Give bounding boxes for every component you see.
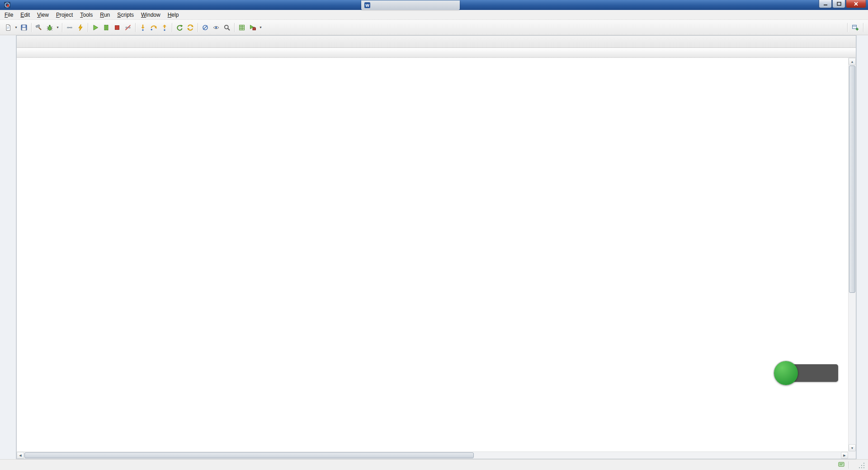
watch-window-icon[interactable]: [211, 22, 222, 33]
menu-edit[interactable]: Edit: [17, 10, 33, 19]
separator: [172, 23, 172, 32]
separator: [135, 23, 136, 32]
menu-bar: FileEditViewProjectToolsRunScriptsWindow…: [0, 10, 868, 20]
progress-circle[interactable]: [774, 361, 798, 385]
search-icon[interactable]: [222, 22, 232, 33]
background-window-titlebar: W: [361, 0, 460, 10]
separator: [88, 23, 88, 32]
step-into-icon[interactable]: [137, 22, 148, 33]
horizontal-scrollbar[interactable]: ◀ ▶: [17, 451, 848, 459]
external-tools-icon[interactable]: [247, 22, 258, 33]
menu-scripts[interactable]: Scripts: [113, 10, 137, 19]
word-icon: W: [364, 2, 370, 8]
license-status-icon: [838, 461, 845, 469]
app-icon: [4, 1, 11, 9]
step-return-icon[interactable]: [159, 22, 170, 33]
build-icon[interactable]: [33, 22, 44, 33]
new-file-menu-icon[interactable]: ▾: [14, 22, 19, 33]
new-file-icon[interactable]: [3, 22, 14, 33]
refresh-cpu-icon[interactable]: [185, 22, 196, 33]
flash-program-icon[interactable]: [75, 22, 86, 33]
expressions-panel: ▲ ▼ ◀ ▶: [16, 35, 856, 459]
separator: [849, 461, 849, 469]
minimize-button[interactable]: [819, 0, 832, 8]
separator: [863, 23, 863, 32]
maximize-button[interactable]: [832, 0, 845, 8]
save-icon[interactable]: [19, 22, 29, 33]
download-speed-overlay[interactable]: [774, 361, 842, 385]
status-bar: [0, 459, 868, 470]
expressions-table: ▲ ▼ ◀ ▶: [17, 48, 856, 459]
menu-project[interactable]: Project: [52, 10, 76, 19]
menu-window[interactable]: Window: [137, 10, 164, 19]
title-bar[interactable]: W: [0, 0, 868, 10]
quick-access[interactable]: [835, 27, 842, 28]
upload-speed-line: [832, 370, 834, 376]
step-over-icon[interactable]: [148, 22, 159, 33]
terminate-icon[interactable]: [112, 22, 123, 33]
vertical-scroll-track[interactable]: [849, 65, 856, 444]
table-header: [17, 48, 856, 58]
view-tab-bar: [17, 36, 856, 48]
left-view-rail: [0, 35, 16, 459]
scroll-up-icon[interactable]: ▲: [849, 58, 856, 65]
menu-tools[interactable]: Tools: [76, 10, 96, 19]
resize-grip[interactable]: [859, 462, 865, 468]
right-view-rail: [856, 35, 868, 459]
separator: [62, 23, 62, 32]
horizontal-scroll-track[interactable]: [24, 452, 841, 459]
connect-target-icon[interactable]: [64, 22, 75, 33]
view-toolbar: [854, 46, 856, 47]
scroll-right-icon[interactable]: ▶: [841, 452, 848, 459]
restart-icon[interactable]: [174, 22, 185, 33]
open-perspective-icon[interactable]: [849, 22, 861, 33]
separator: [847, 23, 848, 32]
debug-icon[interactable]: [44, 22, 55, 33]
external-tools-menu-icon[interactable]: ▾: [258, 22, 263, 33]
scroll-left-icon[interactable]: ◀: [17, 452, 24, 459]
window-controls: [818, 0, 866, 8]
workspace: ▲ ▼ ◀ ▶: [0, 35, 868, 459]
expressions-tree: [17, 58, 848, 451]
debug-menu-icon[interactable]: ▾: [55, 22, 60, 33]
main-toolbar-icons: ▾▾▾: [3, 22, 263, 33]
ccs-window: W FileEditViewProjectToolsRunScriptsWind…: [0, 0, 868, 470]
resume-icon[interactable]: [90, 22, 101, 33]
menu-file[interactable]: File: [1, 10, 17, 19]
separator: [234, 23, 235, 32]
skip-all-breakpoints-icon[interactable]: [200, 22, 211, 33]
separator: [198, 23, 198, 32]
suspend-icon[interactable]: [101, 22, 112, 33]
scrollbar-corner: [848, 451, 856, 459]
registers-window-icon[interactable]: [236, 22, 247, 33]
table-body: ▲ ▼: [17, 58, 856, 451]
disconnect-icon[interactable]: [123, 22, 133, 33]
menu-help[interactable]: Help: [164, 10, 183, 19]
horizontal-scroll-thumb[interactable]: [24, 452, 474, 458]
vertical-scroll-thumb[interactable]: [849, 66, 855, 293]
close-button[interactable]: [846, 0, 866, 8]
separator: [31, 23, 32, 32]
menu-run[interactable]: Run: [96, 10, 113, 19]
vertical-scrollbar[interactable]: ▲ ▼: [848, 58, 856, 451]
menu-view[interactable]: View: [33, 10, 52, 19]
main-toolbar: ▾▾▾: [0, 20, 868, 35]
scroll-down-icon[interactable]: ▼: [849, 444, 856, 451]
